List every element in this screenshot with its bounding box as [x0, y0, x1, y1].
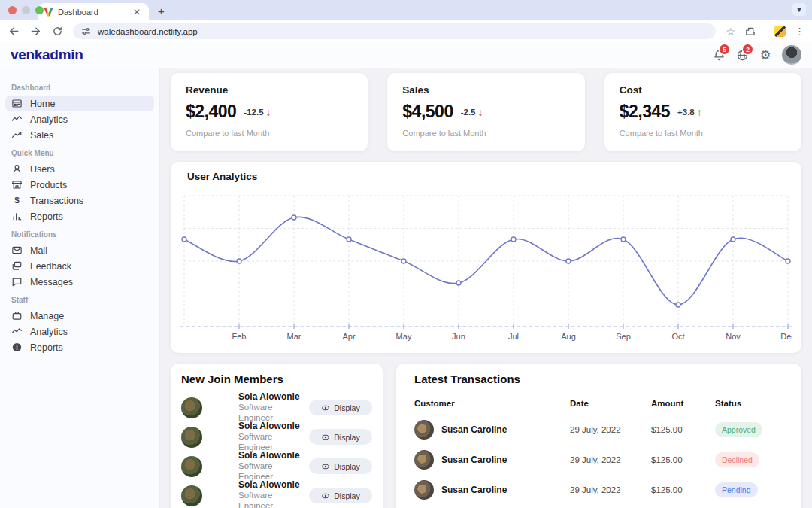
stat-title: Sales [402, 84, 569, 96]
display-button[interactable]: Display [309, 458, 372, 474]
sidebar-item-messages[interactable]: Messages [5, 274, 154, 290]
sidebar-item-home[interactable]: Home [5, 96, 154, 111]
new-members-card: New Join Members Sola Alowonle Software … [171, 364, 383, 508]
display-button[interactable]: Display [309, 488, 372, 503]
sidebar-section-quick-menu: Quick Menu [0, 143, 159, 161]
user-analytics-card: User Analytics FebMarAprMayJunJulAugSepO… [171, 162, 801, 353]
sidebar-item-staff-reports[interactable]: Reports [5, 339, 154, 355]
sidebar-item-users[interactable]: Users [5, 161, 154, 177]
transaction-date: 29 July, 2022 [570, 485, 651, 494]
settings-button[interactable]: ⚙ [759, 48, 772, 62]
sidebar-item-label: Products [30, 180, 67, 190]
arrow-down-icon [266, 106, 271, 118]
notifications-bell-button[interactable]: 5 [712, 48, 726, 62]
transaction-amount: $125.00 [651, 425, 715, 434]
member-row: Sola Alowonle Software Engineer Display [181, 392, 372, 421]
bar-chart-icon [11, 211, 23, 222]
window-controls[interactable] [8, 6, 44, 14]
eye-icon [321, 491, 330, 500]
bookmark-star-icon[interactable]: ☆ [726, 26, 735, 37]
sidebar-item-feedback[interactable]: Feedback [5, 258, 154, 274]
svg-text:Jun: Jun [452, 332, 465, 341]
reload-button[interactable] [51, 26, 63, 38]
svg-text:Mar: Mar [287, 332, 301, 341]
stat-compare-label: Compare to last Month [620, 129, 786, 138]
sidebar-item-label: Reports [30, 211, 63, 222]
tab-search-chevron-icon[interactable]: ▼ [792, 3, 806, 16]
status-badge: Pending [715, 482, 758, 497]
col-amount: Amount [651, 399, 715, 408]
profile-avatar[interactable] [782, 45, 801, 65]
revenue-card: Revenue $2,400 -12.5 Compare to last Mon… [171, 73, 368, 151]
sidebar-item-analytics[interactable]: Analytics [5, 111, 154, 127]
col-status: Status [715, 399, 783, 408]
sidebar-item-manage[interactable]: Manage [5, 308, 154, 324]
site-info-icon[interactable] [81, 26, 91, 36]
tab-close-icon[interactable]: ✕ [131, 7, 143, 17]
svg-text:Feb: Feb [232, 332, 247, 341]
zoom-window-icon[interactable] [35, 6, 44, 14]
svg-text:$: $ [14, 195, 20, 205]
bell-badge: 5 [720, 44, 729, 54]
browser-toolbar: waledashboard.netlify.app ☆ ⋮ [0, 20, 812, 42]
home-dashboard-icon [11, 98, 23, 109]
stat-value: $4,500 [402, 102, 453, 122]
member-name: Sola Alowonle [238, 421, 309, 432]
forward-button[interactable] [29, 26, 41, 38]
col-customer: Customer [414, 399, 570, 408]
chart-title: User Analytics [187, 171, 792, 182]
minimize-window-icon[interactable] [22, 6, 30, 14]
display-button[interactable]: Display [309, 429, 372, 445]
transaction-date: 29 July, 2022 [570, 455, 651, 464]
new-tab-button[interactable]: + [158, 5, 165, 17]
stat-title: Cost [620, 84, 786, 96]
chat-bubble-icon [11, 276, 23, 287]
site-favicon [44, 8, 53, 17]
sidebar-item-label: Home [30, 99, 55, 109]
sidebar-item-label: Users [30, 164, 55, 175]
toolbar-divider [765, 26, 765, 37]
sidebar-item-staff-analytics[interactable]: Analytics [5, 324, 154, 339]
browser-tab[interactable]: Dashboard ✕ [38, 3, 149, 20]
svg-text:Aug: Aug [561, 332, 576, 341]
col-date: Date [570, 399, 651, 408]
stat-change: -2.5 [461, 108, 476, 117]
member-name: Sola Alowonle [238, 392, 309, 403]
feedback-layers-icon [11, 260, 23, 272]
display-button[interactable]: Display [309, 400, 372, 415]
sidebar-item-label: Analytics [30, 114, 68, 125]
analytics-icon [11, 326, 23, 337]
back-button[interactable] [8, 26, 20, 38]
extensions-icon[interactable] [744, 26, 756, 37]
sidebar-item-products[interactable]: Products [5, 177, 154, 193]
main-content: Revenue $2,400 -12.5 Compare to last Mon… [160, 68, 812, 508]
status-badge: Approved [715, 422, 762, 437]
sidebar-item-label: Analytics [30, 327, 68, 337]
analytics-icon [11, 114, 23, 125]
svg-text:Dec: Dec [780, 332, 792, 341]
eye-icon [321, 462, 330, 471]
transaction-row: Susan Caroline 29 July, 2022 $125.00 Pen… [414, 475, 783, 505]
close-window-icon[interactable] [8, 6, 17, 14]
sidebar-item-mail[interactable]: Mail [5, 242, 154, 258]
language-globe-button[interactable]: 2 [735, 48, 749, 62]
pinned-extension-icon[interactable] [774, 26, 786, 37]
member-row: Sola Alowonle Software Engineer Display [181, 451, 372, 480]
user-icon [11, 163, 23, 175]
sidebar-item-reports[interactable]: Reports [5, 208, 154, 224]
member-row: Sola Alowonle Software Engineer Display [181, 421, 372, 451]
svg-text:Nov: Nov [726, 332, 741, 341]
member-avatar [181, 485, 202, 506]
transaction-row: Susan Caroline 29 July, 2022 $125.00 App… [414, 415, 783, 445]
sidebar-item-transactions[interactable]: $ Transactions [5, 193, 154, 208]
browser-menu-icon[interactable]: ⋮ [795, 26, 804, 37]
sidebar-section-dashboard: Dashboard [0, 78, 159, 96]
svg-text:Jul: Jul [508, 332, 519, 341]
eye-icon [321, 433, 330, 442]
address-bar[interactable]: waledashboard.netlify.app [73, 23, 716, 39]
sidebar-item-sales[interactable]: Sales [5, 127, 154, 143]
customer-name: Susan Caroline [441, 455, 507, 465]
sidebar-item-label: Mail [30, 245, 47, 256]
eye-icon [321, 403, 330, 412]
sidebar-section-staff: Staff [0, 290, 159, 308]
